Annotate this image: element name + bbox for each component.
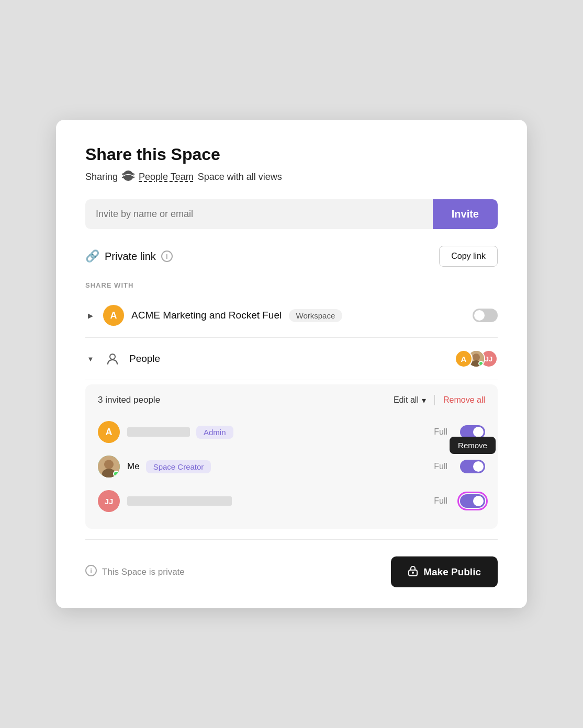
subtitle-suffix: Space with all views	[198, 172, 282, 183]
person-2-role: Space Creator	[146, 460, 211, 473]
people-share-item: ▼ People A	[85, 342, 498, 376]
edit-all-button[interactable]: Edit all ▾	[394, 395, 426, 405]
person-3-toggle[interactable]	[460, 494, 485, 508]
people-expanded: 3 invited people Edit all ▾ Remove all A…	[85, 384, 498, 529]
person-2-access: Full	[434, 462, 447, 471]
person-2-toggle[interactable]	[460, 460, 485, 473]
person-1-access: Full	[434, 427, 447, 437]
acme-chevron[interactable]: ▶	[85, 310, 96, 321]
private-text: This Space is private	[102, 567, 185, 577]
person-3-toggle-wrapper	[460, 494, 485, 508]
private-link-left: 🔗 Private link i	[85, 249, 173, 263]
bottom-divider	[85, 539, 498, 540]
people-actions: Edit all ▾ Remove all	[394, 395, 485, 405]
share-modal: Share this Space Sharing People Team Spa…	[56, 120, 527, 608]
acme-toggle[interactable]	[473, 309, 498, 322]
person-2-toggle-wrapper: Remove	[460, 460, 485, 473]
info-icon[interactable]: i	[161, 251, 173, 262]
person-row-1: A Admin Full	[98, 415, 485, 449]
share-with-label: SHARE WITH	[85, 281, 498, 289]
person-1-name-area: Admin	[127, 426, 427, 439]
make-public-label: Make Public	[423, 566, 481, 578]
stack-avatar-a: A	[455, 350, 473, 368]
invite-input[interactable]	[85, 199, 433, 229]
share-with-section: SHARE WITH ▶ A ACME Marketing and Rocket…	[85, 281, 498, 529]
private-link-row: 🔗 Private link i Copy link	[85, 246, 498, 267]
person-1-name-blurred	[127, 427, 190, 437]
acme-share-item: ▶ A ACME Marketing and Rocket Fuel Works…	[85, 298, 498, 333]
acme-name: ACME Marketing and Rocket Fuel Workspace	[131, 310, 465, 321]
chevron-down-icon: ▾	[422, 395, 426, 405]
people-chevron[interactable]: ▼	[85, 354, 96, 364]
person-1-role: Admin	[196, 426, 233, 439]
space-name[interactable]: People Team	[139, 172, 194, 183]
acme-avatar: A	[103, 305, 124, 326]
remove-all-button[interactable]: Remove all	[443, 395, 485, 405]
person-3-name-area	[127, 496, 427, 506]
invite-button[interactable]: Invite	[433, 199, 498, 229]
workspace-badge: Workspace	[289, 309, 343, 322]
modal-subtitle: Sharing People Team Space with all views	[85, 169, 498, 185]
make-public-button[interactable]: Make Public	[391, 556, 498, 587]
people-icon	[103, 349, 122, 368]
svg-point-6	[473, 354, 480, 361]
copy-link-button[interactable]: Copy link	[439, 246, 498, 267]
bottom-bar: i This Space is private Make Public	[85, 544, 498, 587]
person-row-3: JJ Full	[98, 484, 485, 518]
person-3-avatar: JJ	[98, 490, 120, 512]
person-row-2: Me Space Creator Full Remove	[98, 449, 485, 484]
actions-divider	[434, 395, 435, 405]
person-2-name-area: Me Space Creator	[127, 460, 427, 473]
svg-point-9	[104, 460, 114, 469]
lock-icon	[408, 565, 418, 579]
private-label: i This Space is private	[85, 565, 185, 579]
svg-point-4	[110, 354, 115, 359]
modal-title: Share this Space	[85, 145, 498, 164]
invite-row: Invite	[85, 199, 498, 229]
svg-point-14	[412, 572, 414, 574]
svg-text:i: i	[90, 567, 92, 575]
divider-2	[85, 380, 498, 380]
people-list-header: 3 invited people Edit all ▾ Remove all	[98, 395, 485, 405]
remove-tooltip: Remove	[450, 437, 496, 454]
person-1-avatar: A	[98, 421, 120, 443]
subtitle-prefix: Sharing	[85, 172, 118, 183]
people-count: 3 invited people	[98, 395, 160, 405]
planet-icon	[122, 169, 134, 185]
person-3-access: Full	[434, 496, 447, 506]
divider-1	[85, 337, 498, 338]
private-link-label: Private link	[105, 251, 156, 263]
person-2-name: Me	[127, 461, 140, 472]
info-circle-icon: i	[85, 565, 97, 579]
person-3-name-blurred	[127, 496, 232, 506]
chain-link-icon: 🔗	[85, 249, 99, 263]
person-2-avatar	[98, 456, 120, 477]
avatar-stack: A JJ	[455, 350, 498, 368]
people-name: People	[129, 353, 447, 365]
